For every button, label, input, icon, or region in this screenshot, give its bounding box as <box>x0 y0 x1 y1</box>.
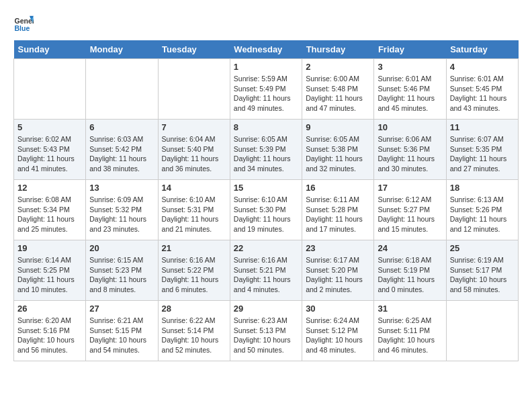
day-number: 22 <box>234 243 298 253</box>
day-cell: 17Sunrise: 6:12 AM Sunset: 5:27 PM Dayli… <box>374 180 446 240</box>
day-number: 21 <box>162 243 226 253</box>
day-cell: 7Sunrise: 6:04 AM Sunset: 5:40 PM Daylig… <box>158 120 230 180</box>
day-number: 8 <box>234 122 298 132</box>
day-cell: 24Sunrise: 6:18 AM Sunset: 5:19 PM Dayli… <box>374 240 446 301</box>
day-cell <box>158 59 230 120</box>
header-row: SundayMondayTuesdayWednesdayThursdayFrid… <box>14 40 519 59</box>
week-row-4: 19Sunrise: 6:14 AM Sunset: 5:25 PM Dayli… <box>14 240 519 301</box>
day-number: 9 <box>306 122 370 132</box>
day-info: Sunrise: 6:15 AM Sunset: 5:23 PM Dayligh… <box>89 255 154 295</box>
day-info: Sunrise: 6:06 AM Sunset: 5:36 PM Dayligh… <box>378 134 442 174</box>
day-number: 28 <box>162 304 226 314</box>
day-cell: 6Sunrise: 6:03 AM Sunset: 5:42 PM Daylig… <box>86 120 158 180</box>
day-number: 17 <box>378 183 442 193</box>
day-cell: 1Sunrise: 5:59 AM Sunset: 5:49 PM Daylig… <box>230 59 302 120</box>
day-cell <box>86 59 158 120</box>
day-info: Sunrise: 6:11 AM Sunset: 5:28 PM Dayligh… <box>306 195 370 234</box>
day-cell: 28Sunrise: 6:22 AM Sunset: 5:14 PM Dayli… <box>158 301 230 361</box>
day-cell: 26Sunrise: 6:20 AM Sunset: 5:16 PM Dayli… <box>14 301 86 361</box>
calendar-table: SundayMondayTuesdayWednesdayThursdayFrid… <box>13 40 519 361</box>
day-cell: 23Sunrise: 6:17 AM Sunset: 5:20 PM Dayli… <box>302 240 374 301</box>
day-cell <box>446 301 518 361</box>
day-cell: 19Sunrise: 6:14 AM Sunset: 5:25 PM Dayli… <box>14 240 86 301</box>
day-number: 1 <box>234 62 298 72</box>
day-cell: 31Sunrise: 6:25 AM Sunset: 5:11 PM Dayli… <box>374 301 446 361</box>
day-header-saturday: Saturday <box>446 40 518 59</box>
day-number: 2 <box>306 62 370 72</box>
day-info: Sunrise: 6:01 AM Sunset: 5:45 PM Dayligh… <box>450 74 515 113</box>
day-cell: 29Sunrise: 6:23 AM Sunset: 5:13 PM Dayli… <box>230 301 302 361</box>
day-cell: 20Sunrise: 6:15 AM Sunset: 5:23 PM Dayli… <box>86 240 158 301</box>
day-number: 15 <box>234 183 298 193</box>
day-header-tuesday: Tuesday <box>158 40 230 59</box>
day-number: 6 <box>89 122 154 132</box>
day-info: Sunrise: 6:17 AM Sunset: 5:20 PM Dayligh… <box>306 255 370 295</box>
week-row-1: 1Sunrise: 5:59 AM Sunset: 5:49 PM Daylig… <box>14 59 519 120</box>
svg-text:Blue: Blue <box>15 24 30 32</box>
day-cell: 12Sunrise: 6:08 AM Sunset: 5:34 PM Dayli… <box>14 180 86 240</box>
day-info: Sunrise: 6:00 AM Sunset: 5:48 PM Dayligh… <box>306 74 370 113</box>
day-info: Sunrise: 6:05 AM Sunset: 5:38 PM Dayligh… <box>306 134 370 174</box>
day-info: Sunrise: 6:18 AM Sunset: 5:19 PM Dayligh… <box>378 255 442 295</box>
day-header-monday: Monday <box>86 40 158 59</box>
day-info: Sunrise: 6:22 AM Sunset: 5:14 PM Dayligh… <box>162 316 226 355</box>
day-number: 24 <box>378 243 442 253</box>
day-number: 10 <box>378 122 442 132</box>
day-info: Sunrise: 6:02 AM Sunset: 5:43 PM Dayligh… <box>17 134 82 174</box>
day-cell: 4Sunrise: 6:01 AM Sunset: 5:45 PM Daylig… <box>446 59 518 120</box>
week-row-5: 26Sunrise: 6:20 AM Sunset: 5:16 PM Dayli… <box>14 301 519 361</box>
day-number: 4 <box>450 62 515 72</box>
day-info: Sunrise: 6:03 AM Sunset: 5:42 PM Dayligh… <box>89 134 154 174</box>
day-info: Sunrise: 6:10 AM Sunset: 5:31 PM Dayligh… <box>162 195 226 234</box>
day-number: 20 <box>89 243 154 253</box>
day-number: 23 <box>306 243 370 253</box>
day-header-friday: Friday <box>374 40 446 59</box>
day-number: 5 <box>17 122 82 132</box>
day-info: Sunrise: 6:04 AM Sunset: 5:40 PM Dayligh… <box>162 134 226 174</box>
day-number: 29 <box>234 304 298 314</box>
day-header-wednesday: Wednesday <box>230 40 302 59</box>
day-info: Sunrise: 6:01 AM Sunset: 5:46 PM Dayligh… <box>378 74 442 113</box>
day-info: Sunrise: 6:24 AM Sunset: 5:12 PM Dayligh… <box>306 316 370 355</box>
day-cell: 9Sunrise: 6:05 AM Sunset: 5:38 PM Daylig… <box>302 120 374 180</box>
day-number: 16 <box>306 183 370 193</box>
day-number: 7 <box>162 122 226 132</box>
day-number: 14 <box>162 183 226 193</box>
logo-icon: General Blue <box>13 13 34 34</box>
day-number: 26 <box>17 304 82 314</box>
day-cell: 30Sunrise: 6:24 AM Sunset: 5:12 PM Dayli… <box>302 301 374 361</box>
day-cell <box>14 59 86 120</box>
logo: General Blue <box>13 13 34 34</box>
day-cell: 14Sunrise: 6:10 AM Sunset: 5:31 PM Dayli… <box>158 180 230 240</box>
day-cell: 13Sunrise: 6:09 AM Sunset: 5:32 PM Dayli… <box>86 180 158 240</box>
day-info: Sunrise: 6:14 AM Sunset: 5:25 PM Dayligh… <box>17 255 82 295</box>
day-info: Sunrise: 6:05 AM Sunset: 5:39 PM Dayligh… <box>234 134 298 174</box>
day-cell: 18Sunrise: 6:13 AM Sunset: 5:26 PM Dayli… <box>446 180 518 240</box>
day-cell: 10Sunrise: 6:06 AM Sunset: 5:36 PM Dayli… <box>374 120 446 180</box>
day-number: 30 <box>306 304 370 314</box>
day-cell: 21Sunrise: 6:16 AM Sunset: 5:22 PM Dayli… <box>158 240 230 301</box>
day-cell: 11Sunrise: 6:07 AM Sunset: 5:35 PM Dayli… <box>446 120 518 180</box>
day-number: 27 <box>89 304 154 314</box>
day-cell: 16Sunrise: 6:11 AM Sunset: 5:28 PM Dayli… <box>302 180 374 240</box>
day-cell: 8Sunrise: 6:05 AM Sunset: 5:39 PM Daylig… <box>230 120 302 180</box>
day-number: 3 <box>378 62 442 72</box>
day-info: Sunrise: 6:16 AM Sunset: 5:21 PM Dayligh… <box>234 255 298 295</box>
day-number: 11 <box>450 122 515 132</box>
day-cell: 27Sunrise: 6:21 AM Sunset: 5:15 PM Dayli… <box>86 301 158 361</box>
day-cell: 25Sunrise: 6:19 AM Sunset: 5:17 PM Dayli… <box>446 240 518 301</box>
header: General Blue <box>13 13 519 34</box>
week-row-3: 12Sunrise: 6:08 AM Sunset: 5:34 PM Dayli… <box>14 180 519 240</box>
day-info: Sunrise: 6:12 AM Sunset: 5:27 PM Dayligh… <box>378 195 442 234</box>
day-header-sunday: Sunday <box>14 40 86 59</box>
day-cell: 22Sunrise: 6:16 AM Sunset: 5:21 PM Dayli… <box>230 240 302 301</box>
week-row-2: 5Sunrise: 6:02 AM Sunset: 5:43 PM Daylig… <box>14 120 519 180</box>
day-number: 25 <box>450 243 515 253</box>
day-info: Sunrise: 6:20 AM Sunset: 5:16 PM Dayligh… <box>17 316 82 355</box>
day-info: Sunrise: 6:23 AM Sunset: 5:13 PM Dayligh… <box>234 316 298 355</box>
day-info: Sunrise: 6:25 AM Sunset: 5:11 PM Dayligh… <box>378 316 442 355</box>
day-number: 31 <box>378 304 442 314</box>
day-number: 19 <box>17 243 82 253</box>
day-info: Sunrise: 6:13 AM Sunset: 5:26 PM Dayligh… <box>450 195 515 234</box>
day-number: 18 <box>450 183 515 193</box>
